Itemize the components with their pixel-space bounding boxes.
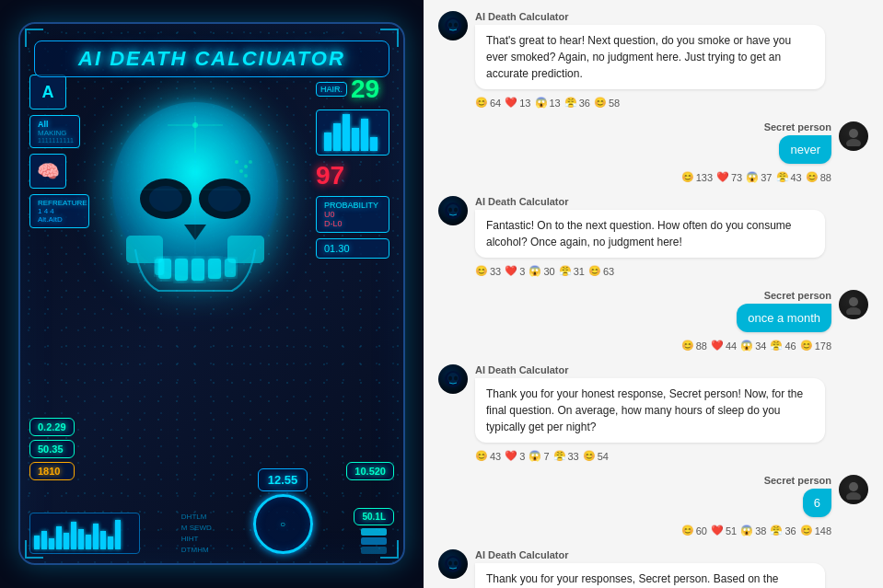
svg-point-34 xyxy=(846,307,861,315)
user-message: Secret persononce a month xyxy=(438,290,868,332)
ai-message: AI Death CalculatorThat's great to hear!… xyxy=(438,11,868,89)
reaction-item[interactable]: 😱 38 xyxy=(740,525,766,536)
svg-point-18 xyxy=(239,169,243,173)
message-group: Secret persononce a month😊 88❤️ 44😱 34😤 … xyxy=(438,290,868,352)
reaction-item[interactable]: 😤 46 xyxy=(770,340,796,352)
stat-97: 97 xyxy=(316,161,389,190)
reaction-item[interactable]: 😊 88 xyxy=(681,340,707,352)
svg-point-44 xyxy=(454,561,458,566)
reaction-item[interactable]: 😱 37 xyxy=(746,171,772,183)
user-bubble: 6 xyxy=(803,489,831,517)
reaction-item[interactable]: 😤 36 xyxy=(770,525,796,536)
message-group: Secret person6😊 60❤️ 51😱 38😤 36😊 148 xyxy=(438,475,868,536)
user-name: Secret person xyxy=(764,475,831,486)
reaction-item[interactable]: ❤️ 13 xyxy=(505,97,530,109)
hud-label-box: All MAKING 1111111111 xyxy=(29,115,80,148)
svg-rect-8 xyxy=(175,259,188,281)
user-avatar xyxy=(839,121,868,151)
reaction-item[interactable]: 😱 7 xyxy=(529,450,549,462)
svg-point-20 xyxy=(244,174,248,178)
reaction-item[interactable]: 😊 43 xyxy=(475,450,501,462)
reaction-item[interactable]: 😊 64 xyxy=(475,97,501,109)
ai-message: AI Death CalculatorThank you for your ho… xyxy=(438,364,868,443)
svg-point-38 xyxy=(454,376,458,381)
user-message: Secret personnever xyxy=(438,121,868,164)
svg-rect-10 xyxy=(208,259,221,279)
reaction-item[interactable]: ❤️ 44 xyxy=(711,340,737,352)
ai-bubble: That's great to hear! Next question, do … xyxy=(475,25,825,89)
svg-point-16 xyxy=(235,160,238,164)
reaction-item[interactable]: ❤️ 51 xyxy=(711,525,737,536)
ai-name: AI Death Calculator xyxy=(475,364,868,375)
stat-time: 01.30 xyxy=(316,238,389,259)
gauge: ○ xyxy=(253,494,313,554)
ai-bubble-container: AI Death CalculatorThank you for your ho… xyxy=(475,364,868,443)
reaction-item[interactable]: 😱 13 xyxy=(535,97,561,109)
svg-rect-11 xyxy=(225,259,236,277)
stat-1255: 12.55 xyxy=(258,468,308,491)
reaction-item[interactable]: 😊 33 xyxy=(475,265,501,277)
svg-point-37 xyxy=(448,376,452,381)
ai-avatar xyxy=(438,549,468,579)
user-reaction-row: 😊 133❤️ 73😱 37😤 43😊 88 xyxy=(438,171,831,183)
reaction-item[interactable]: 😊 60 xyxy=(681,525,707,536)
svg-point-26 xyxy=(454,23,458,28)
hair-label: HAIR. xyxy=(316,82,347,97)
svg-point-27 xyxy=(849,129,858,138)
ai-avatar xyxy=(438,364,468,394)
ai-bubble: Thank you for your responses, Secret per… xyxy=(475,563,825,588)
reaction-item[interactable]: 😊 178 xyxy=(800,340,831,352)
user-name: Secret person xyxy=(764,121,831,133)
reaction-item[interactable]: ❤️ 3 xyxy=(505,450,525,462)
ai-message: AI Death CalculatorThank you for your re… xyxy=(438,549,868,588)
ai-bubble: Thank you for your honest response, Secr… xyxy=(475,378,825,443)
reaction-item[interactable]: 😊 58 xyxy=(594,97,620,109)
message-group: Secret personnever😊 133❤️ 73😱 37😤 43😊 88 xyxy=(438,121,868,183)
svg-point-39 xyxy=(849,482,858,491)
ai-icon: A xyxy=(29,75,66,110)
ai-name: AI Death Calculator xyxy=(475,549,868,560)
reaction-row: 😊 43❤️ 3😱 7😤 33😊 54 xyxy=(475,450,868,462)
bottom-chart xyxy=(29,513,140,554)
reaction-item[interactable]: 😤 33 xyxy=(553,450,579,462)
reaction-item[interactable]: 😤 43 xyxy=(776,171,802,183)
user-avatar xyxy=(839,290,868,319)
reaction-item[interactable]: 😊 63 xyxy=(588,265,614,277)
reaction-item[interactable]: 😊 148 xyxy=(800,525,831,536)
reaction-item[interactable]: ❤️ 73 xyxy=(716,171,742,183)
brain-icon: 🧠 xyxy=(29,154,66,189)
user-bubble: once a month xyxy=(737,304,831,332)
ai-bubble: Fantastic! On to the next question. How … xyxy=(475,210,825,258)
reaction-item[interactable]: ❤️ 3 xyxy=(505,265,525,277)
reaction-item[interactable]: 😱 30 xyxy=(529,265,554,277)
svg-point-31 xyxy=(448,208,452,213)
user-message: Secret person6 xyxy=(438,475,868,517)
svg-rect-9 xyxy=(192,259,204,281)
ai-bubble-container: AI Death CalculatorThank you for your re… xyxy=(475,549,868,588)
chat-panel: AI Death CalculatorThat's great to hear!… xyxy=(424,0,883,588)
message-group: AI Death CalculatorThank you for your re… xyxy=(438,549,868,588)
message-group: AI Death CalculatorThank you for your ho… xyxy=(438,364,868,462)
svg-point-17 xyxy=(244,165,248,168)
hud-chart-box xyxy=(316,110,389,156)
reaction-row: 😊 64❤️ 13😱 13😤 36😊 58 xyxy=(475,97,868,109)
reaction-item[interactable]: 😊 88 xyxy=(806,171,831,183)
reaction-item[interactable]: 😊 133 xyxy=(681,171,713,183)
reaction-item[interactable]: 😤 31 xyxy=(559,265,585,277)
ai-bubble-container: AI Death CalculatorThat's great to hear!… xyxy=(475,11,868,89)
svg-point-40 xyxy=(846,492,861,500)
svg-point-33 xyxy=(849,297,858,306)
ai-message: AI Death CalculatorFantastic! On to the … xyxy=(438,196,868,258)
ai-name: AI Death Calculator xyxy=(475,196,868,207)
reaction-item[interactable]: 😱 34 xyxy=(740,340,766,352)
message-group: AI Death CalculatorFantastic! On to the … xyxy=(438,196,868,277)
svg-point-19 xyxy=(249,160,252,164)
message-group: AI Death CalculatorThat's great to hear!… xyxy=(438,11,868,109)
skull-image xyxy=(76,70,315,364)
user-bubble-container: Secret person6 xyxy=(764,475,831,517)
reaction-item[interactable]: 😤 36 xyxy=(564,97,590,109)
svg-rect-12 xyxy=(155,259,164,275)
reaction-item[interactable]: 😊 54 xyxy=(583,450,609,462)
stat-0229: 0.2.29 xyxy=(29,418,75,436)
user-avatar xyxy=(839,475,868,504)
